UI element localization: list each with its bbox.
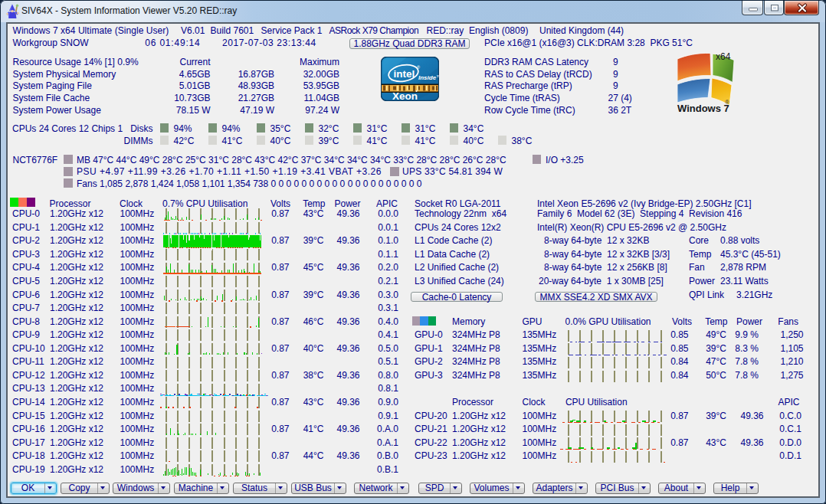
svg-text:intel: intel [394,68,415,80]
svg-text:Inside™: Inside™ [418,74,439,81]
svg-text:Xeon: Xeon [392,90,418,102]
svg-text:®: ® [417,65,420,70]
